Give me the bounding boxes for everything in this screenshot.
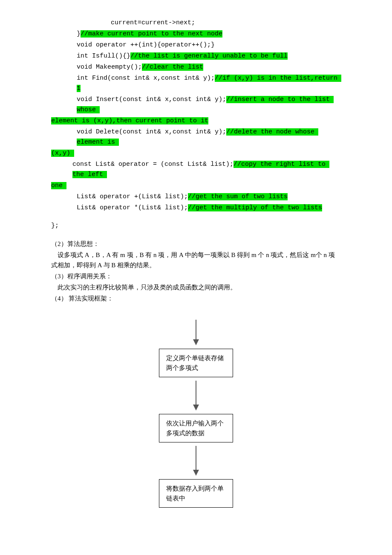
code-text: }; — [51, 222, 59, 229]
flow-box-text: 将数据存入到两个单链表中 — [166, 485, 224, 502]
code-line: void Makeempty();//clear the list — [51, 62, 341, 72]
code-text: const List& operator = (const List& list… — [72, 161, 233, 168]
code-line: one — [51, 181, 341, 191]
code-text: int Find(const int& x,const int& y); — [77, 75, 215, 82]
svg-marker-3 — [193, 405, 199, 410]
flow-arrow-icon — [191, 381, 201, 410]
code-comment: (x,y) — [51, 150, 74, 157]
code-line: void operator ++(int){operator++();} — [51, 40, 341, 50]
code-line: element is (x,y),then current point to i… — [51, 116, 341, 126]
flow-box-2: 依次让用户输入两个多项式的数据 — [159, 414, 233, 442]
code-line: void Delete(const int& x,const int& y);/… — [51, 127, 341, 147]
section-paragraph: 设多项式 A，B，A 有 m 项，B 有 n 项，用 A 中的每一项乘以 B 得… — [51, 250, 341, 270]
code-comment: //clear the list — [142, 64, 203, 71]
code-comment: //get the sum of two lists — [188, 193, 288, 200]
section-2: （2）算法思想： 设多项式 A，B，A 有 m 项，B 有 n 项，用 A 中的… — [51, 239, 341, 304]
code-line: (x,y) — [51, 148, 341, 159]
code-line: List& operator +(List& list);//get the s… — [51, 192, 341, 202]
code-text: } — [77, 30, 81, 38]
svg-marker-5 — [193, 470, 199, 476]
svg-marker-1 — [193, 339, 199, 345]
code-line: const List& operator = (const List& list… — [51, 159, 341, 180]
code-text: void Delete(const int& x,const int& y); — [77, 128, 226, 136]
section-paragraph: 此次实习的主程序比较简单，只涉及类的成员函数之间的调用。 — [51, 282, 341, 292]
flowchart: 定义两个单链表存储两个多项式 依次让用户输入两个多项式的数据 将数据存入到两个单… — [51, 316, 341, 508]
flow-box-3: 将数据存入到两个单链表中 — [159, 479, 233, 508]
code-comment: //make current point to the next node — [81, 30, 222, 38]
section-title: （4） 算法实现框架： — [51, 293, 341, 304]
section-title: （3）程序调用关系： — [51, 271, 341, 281]
code-comment: //the list is generally unable to be ful… — [130, 52, 288, 60]
document-page: current=current->next; }//make current p… — [0, 0, 392, 525]
code-line: int Isfull(){}//the list is generally un… — [51, 51, 341, 61]
code-comment: element is (x,y),then current point to i… — [51, 117, 208, 124]
code-text: List& operator +(List& list); — [77, 193, 188, 200]
code-line: void Insert(const int& x,const int& y);/… — [51, 95, 341, 115]
code-text: void Makeempty(); — [77, 64, 142, 71]
code-line: }; — [51, 221, 341, 231]
code-text: current=current->next; — [111, 19, 195, 26]
flow-box-1: 定义两个单链表存储两个多项式 — [159, 349, 233, 377]
section-title: （2）算法思想： — [51, 239, 341, 249]
code-line: List& operator *(List& list);//get the m… — [51, 203, 341, 213]
flow-box-text: 定义两个单链表存储两个多项式 — [166, 355, 224, 371]
code-text: List& operator *(List& list); — [77, 204, 188, 211]
code-line: int Find(const int& x,const int& y);//if… — [51, 73, 341, 94]
code-text: void operator ++(int){operator++();} — [77, 41, 215, 49]
flow-box-text: 依次让用户输入两个多项式的数据 — [166, 420, 224, 436]
code-text: int Isfull(){} — [77, 52, 130, 60]
code-line: current=current->next; — [51, 18, 341, 28]
code-block: current=current->next; }//make current p… — [51, 18, 341, 231]
code-comment: //get the multiply of the two lists — [188, 204, 322, 211]
flow-arrow-icon — [191, 320, 201, 345]
flow-arrow-icon — [191, 446, 201, 476]
code-text: void Insert(const int& x,const int& y); — [77, 96, 226, 103]
code-comment: one — [51, 182, 66, 189]
code-line: }//make current point to the next node — [51, 29, 341, 39]
